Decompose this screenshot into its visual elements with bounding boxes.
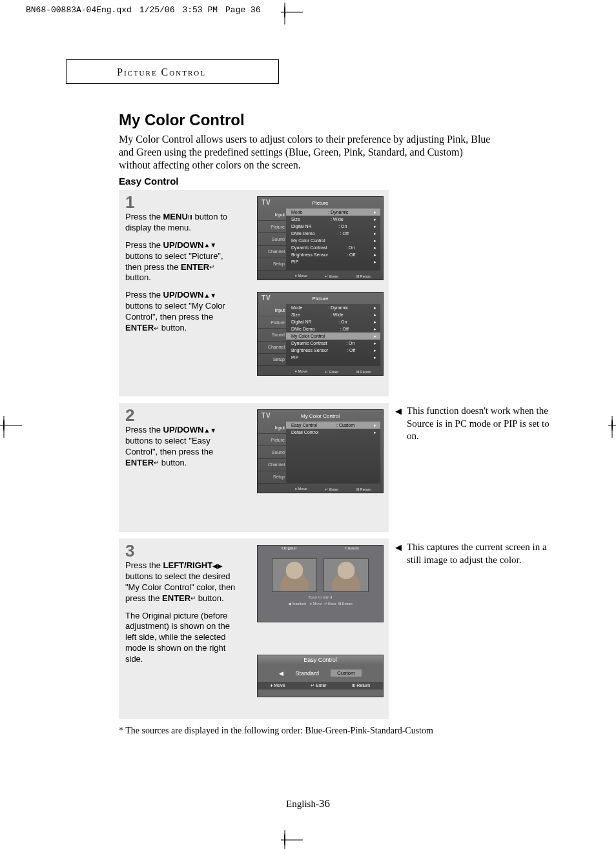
osd-row: Brightness Sensor: Off▸ <box>286 251 380 258</box>
osd-footer: ♦ Move ↵ Enter Ⅲ Return <box>286 369 380 374</box>
print-date: 1/25/06 <box>139 5 175 15</box>
print-file: BN68-00883A-04Eng.qxd <box>26 5 132 15</box>
osd-row: Mode: Dynamic▸ <box>286 209 380 216</box>
section-heading-box: Picture Control <box>66 59 279 84</box>
osd-footer: ♦ Move ↵ Enter Ⅲ Return <box>286 274 380 278</box>
osd-row: My Color Control▸ <box>286 237 380 244</box>
print-time: 3:53 PM <box>182 5 218 15</box>
osd-row: PIP▸ <box>286 354 380 361</box>
registration-mark-bottom <box>284 834 285 846</box>
registration-mark-top <box>284 6 285 18</box>
enter-icon: ↵ <box>190 595 196 602</box>
compare-original-image <box>272 558 317 592</box>
osd-row: Easy Control: Custom▸ <box>286 422 380 429</box>
enter-icon: ↵ <box>209 264 214 271</box>
footnote: * The sources are displayed in the follo… <box>119 726 433 736</box>
updown-icon: ▲▼ <box>203 242 216 249</box>
menu-icon: Ⅲ <box>188 214 192 221</box>
osd-row: DNIe Demo: Off▸ <box>286 230 380 237</box>
step-1-block: 1 Press the MENUⅢ button to display the … <box>119 190 389 396</box>
osd-row: Dynamic Contrast: On▸ <box>286 340 380 347</box>
step-1-text: Press the MENUⅢ button to display the me… <box>125 212 241 334</box>
osd-screenshot-mcc-menu: TV My Color Control Input Picture Sound … <box>257 409 384 493</box>
step-2-block: 2 Press the UP/DOWN▲▼ buttons to select … <box>119 403 389 532</box>
osd-easy-control-title: Easy Control <box>258 655 383 664</box>
osd-row: Digital NR: On▸ <box>286 318 380 325</box>
osd-row: My Color Control▸ <box>286 332 380 340</box>
sub-heading: Easy Control <box>119 176 179 187</box>
osd-footer: ♦ Move ↵ Enter Ⅲ Return <box>286 487 380 491</box>
osd-title: Picture <box>258 200 383 206</box>
page-title: My Color Control <box>119 111 245 129</box>
osd-screenshot-mcc-highlight: TV Picture Input Picture Sound Channel S… <box>257 292 384 376</box>
osd-side-channel: Channel <box>258 246 286 258</box>
osd-screenshot-easy-control-bar: Easy Control ◀ Standard Custom ♦ Move ↵ … <box>257 655 384 697</box>
osd-title: My Color Control <box>258 413 383 419</box>
osd-row: DNIe Demo: Off▸ <box>286 325 380 332</box>
osd-option-custom: Custom <box>331 670 362 677</box>
osd-side-sound: Sound <box>258 233 286 245</box>
arrow-left-icon: ◀ <box>279 670 283 677</box>
osd-easy-control-label: Easy Control <box>258 595 383 601</box>
osd-row: Digital NR: On▸ <box>286 223 380 230</box>
enter-icon: ↵ <box>154 325 159 332</box>
registration-mark-right <box>611 420 613 431</box>
osd-screenshot-compare: OriginalCustom Easy Control ◀ Standard ♦… <box>257 545 384 622</box>
print-page: Page 36 <box>225 5 261 15</box>
osd-title: Picture <box>258 296 383 302</box>
intro-paragraph: My Color Control allows users to adjust … <box>119 133 493 172</box>
osd-side-input: Input <box>258 209 286 221</box>
updown-icon: ▲▼ <box>203 427 216 434</box>
print-header: BN68-00883A-04Eng.qxd 1/25/06 3:53 PM Pa… <box>26 5 261 15</box>
step-3-block: 3 Press the LEFT/RIGHT◀▶ buttons to sele… <box>119 538 389 719</box>
osd-row: Size: Wide▸ <box>286 311 380 318</box>
osd-row: Size: Wide▸ <box>286 216 380 223</box>
osd-row: PIP▸ <box>286 258 380 265</box>
registration-mark-left <box>3 420 5 431</box>
step-3-text: Press the LEFT/RIGHT◀▶ buttons to select… <box>125 560 241 665</box>
osd-side-picture: Picture <box>258 221 286 233</box>
osd-option-standard: Standard <box>295 670 319 677</box>
page-number: English-36 <box>0 797 616 810</box>
osd-row: Detail Control▸ <box>286 429 380 436</box>
updown-icon: ▲▼ <box>203 292 216 299</box>
leftright-icon: ◀▶ <box>212 563 223 569</box>
osd-side-setup: Setup <box>258 258 286 271</box>
side-note-3: ◀ This captures the current screen in a … <box>396 541 551 566</box>
enter-icon: ↵ <box>154 460 159 466</box>
osd-footer: ♦ Move ↵ Enter Ⅲ Return <box>258 682 383 690</box>
osd-screenshot-picture-mode: TV Picture Input Picture Sound Channel S… <box>257 196 384 280</box>
osd-row: Mode: Dynamic▸ <box>286 304 380 311</box>
side-note-1: ◀ This function doesn't work when the So… <box>396 405 551 443</box>
triangle-left-icon: ◀ <box>395 542 402 553</box>
osd-row: Dynamic Contrast: On▸ <box>286 244 380 251</box>
step-2-text: Press the UP/DOWN▲▼ buttons to select "E… <box>125 425 241 469</box>
triangle-left-icon: ◀ <box>395 406 402 417</box>
compare-custom-image <box>323 558 369 592</box>
section-heading: Picture Control <box>117 66 206 77</box>
osd-row: Brightness Sensor: Off▸ <box>286 347 380 354</box>
